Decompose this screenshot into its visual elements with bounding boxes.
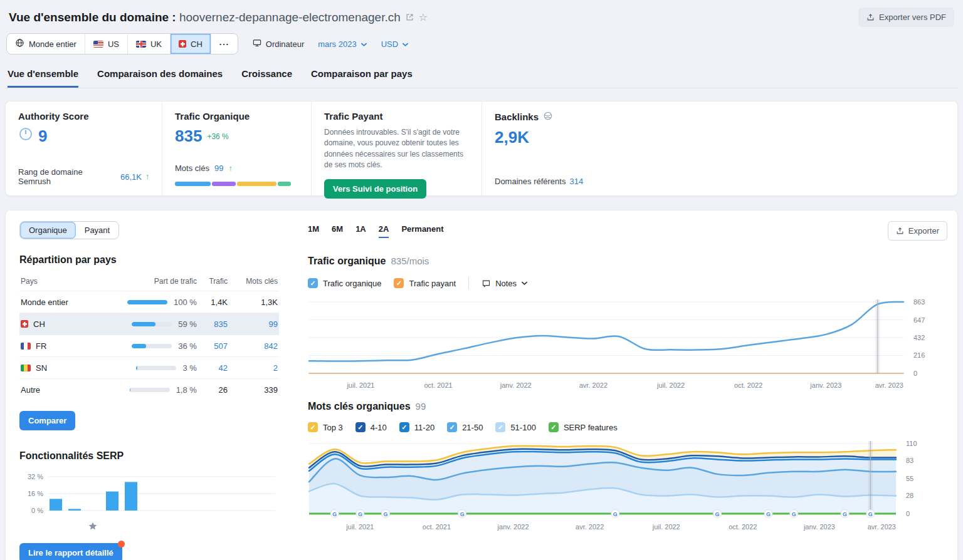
- legend-top-3[interactable]: ✓Top 3: [308, 422, 343, 432]
- currency-selector[interactable]: USD: [381, 39, 409, 49]
- checkbox-icon: ✓: [355, 422, 366, 432]
- country-row-fr[interactable]: FR36 %507842: [19, 335, 279, 357]
- legend-trafic-organique[interactable]: ✓Trafic organique: [308, 278, 381, 288]
- checkbox-icon: ✓: [549, 422, 559, 432]
- organic-traffic-chart[interactable]: 8636474322160juil. 2021oct. 2021janv. 20…: [308, 296, 947, 391]
- sitelinks-icon[interactable]: [67, 519, 81, 533]
- position-tracking-button[interactable]: Vers Suivi de position: [324, 179, 426, 199]
- svg-text:32 %: 32 %: [28, 473, 43, 480]
- legend-4-10[interactable]: ✓4-10: [355, 422, 387, 432]
- tab-vue-d-ensemble[interactable]: Vue d'ensemble: [8, 62, 78, 88]
- favorite-star-icon[interactable]: ☆: [419, 11, 428, 23]
- external-link-icon[interactable]: [405, 13, 414, 22]
- legend-label: 51-100: [510, 423, 535, 432]
- monitor-icon: [252, 38, 262, 49]
- location-tab-us[interactable]: US: [85, 34, 128, 54]
- up-arrow-icon: ↑: [145, 172, 149, 181]
- legend-21-50[interactable]: ✓21-50: [447, 422, 483, 432]
- backlinks-card: Backlinks 2,9K Domaines référents 314: [482, 101, 957, 195]
- traffic-value-cell: 26: [198, 379, 229, 401]
- range-tab-permanent[interactable]: Permanent: [401, 224, 443, 238]
- organic-traffic-value-row: 835 +36 %: [175, 127, 298, 146]
- export-pdf-button[interactable]: Exporter vers PDF: [858, 8, 954, 27]
- toggle-payant[interactable]: Payant: [76, 222, 118, 239]
- organic-traffic-value[interactable]: 835: [175, 127, 202, 146]
- location-tab-ch[interactable]: CH: [171, 34, 211, 54]
- compare-button[interactable]: Comparer: [19, 411, 75, 430]
- notes-dropdown[interactable]: Notes: [482, 279, 528, 288]
- image-pack-icon[interactable]: [124, 519, 137, 533]
- country-row-sn[interactable]: SN3 %422: [19, 357, 279, 379]
- serp-features-chart[interactable]: 32 %16 %0 %: [19, 469, 278, 518]
- traffic-share-fill: [136, 366, 137, 370]
- reviews-star-icon[interactable]: [86, 519, 100, 533]
- country-section-title: Répartition par pays: [19, 254, 279, 266]
- country-name-cell: CH: [19, 313, 93, 335]
- image-icon[interactable]: [105, 519, 118, 533]
- video-icon[interactable]: [142, 519, 156, 533]
- distribution-segment-3: [278, 182, 291, 186]
- location-tab-monde-entier[interactable]: Monde entier: [7, 34, 85, 54]
- toggle-organique[interactable]: Organique: [20, 222, 76, 239]
- read-report-button[interactable]: Lire le rapport détaillé: [19, 543, 122, 560]
- left-panel: OrganiquePayant Répartition par pays Pay…: [6, 210, 292, 560]
- tab-comparaison-des-domaines[interactable]: Comparaison des domaines: [97, 62, 223, 88]
- jobs-icon[interactable]: [274, 519, 288, 533]
- keywords-value-cell[interactable]: 842: [229, 335, 279, 357]
- legend-trafic-payant[interactable]: ✓Trafic payant: [394, 278, 456, 288]
- traffic-share-fill: [127, 300, 167, 304]
- range-tab-1m[interactable]: 1M: [308, 224, 319, 238]
- location-tab-label: Monde entier: [29, 39, 76, 49]
- legend-11-20[interactable]: ✓11-20: [399, 422, 434, 432]
- organic-keywords-chart[interactable]: 1108355280GGGGGGGGGGjuil. 2021oct. 2021j…: [308, 437, 947, 532]
- traffic-value-cell[interactable]: 507: [198, 335, 229, 357]
- legend-serp-features[interactable]: ✓SERP features: [549, 422, 618, 432]
- checkbox-icon: ✓: [308, 278, 318, 288]
- tab-comparaison-par-pays[interactable]: Comparaison par pays: [311, 62, 413, 88]
- checkbox-icon: ✓: [399, 422, 409, 432]
- location-tab-uk[interactable]: UK: [128, 34, 171, 54]
- faq-icon[interactable]: [199, 519, 213, 533]
- range-tab-6m[interactable]: 6M: [332, 224, 343, 238]
- export-button[interactable]: Exporter: [888, 221, 947, 241]
- distribution-segment-2: [237, 182, 276, 186]
- svg-text:G: G: [332, 511, 337, 517]
- backlinks-value[interactable]: 2,9K: [495, 128, 945, 147]
- top-stories-icon[interactable]: [255, 519, 269, 533]
- col-pays: Pays: [19, 273, 93, 291]
- traffic-value-cell[interactable]: 835: [198, 313, 229, 335]
- traffic-share-fill: [132, 344, 146, 348]
- traffic-value-cell[interactable]: 42: [198, 357, 229, 379]
- local-pack-icon[interactable]: [218, 519, 231, 533]
- range-tab-1a[interactable]: 1A: [355, 224, 366, 238]
- tab-croissance[interactable]: Croissance: [241, 62, 292, 88]
- traffic-share-cell: 3 %: [93, 357, 198, 379]
- keywords-count-value[interactable]: 99: [214, 163, 223, 173]
- crown-icon[interactable]: [48, 519, 62, 533]
- location-tab-label: ···: [219, 39, 229, 49]
- country-row-monde-entier[interactable]: Monde entier100 %1,4K1,3K: [19, 291, 279, 313]
- keywords-value-cell[interactable]: 2: [229, 357, 279, 379]
- video-carousel-icon[interactable]: [180, 519, 194, 533]
- page: Vue d'ensemble du domaine : hoovernez-de…: [0, 0, 963, 560]
- device-selector[interactable]: Ordinateur: [252, 38, 304, 49]
- svg-text:janv. 2023: janv. 2023: [809, 381, 841, 389]
- referring-domains-value[interactable]: 314: [569, 177, 583, 186]
- svg-text:janv. 2022: janv. 2022: [500, 381, 532, 389]
- domain-rank-value[interactable]: 66,1K: [120, 172, 142, 182]
- featured-video-icon[interactable]: [161, 519, 175, 533]
- legend-51-100[interactable]: ✓51-100: [495, 422, 535, 432]
- location-tab-[interactable]: ···: [211, 34, 238, 54]
- range-tab-2a[interactable]: 2A: [379, 224, 389, 238]
- svg-text:G: G: [358, 511, 362, 517]
- keywords-value-cell[interactable]: 99: [229, 313, 279, 335]
- distribution-segment-0: [175, 182, 211, 186]
- knowledge-panel-icon[interactable]: [236, 519, 250, 533]
- country-row-ch[interactable]: CH59 %83599: [19, 313, 279, 335]
- share-cell: 100 %: [94, 298, 197, 307]
- organic-traffic-card: Trafic Organique 835 +36 % Mots clés 99 …: [162, 101, 312, 195]
- country-row-autre[interactable]: Autre1,8 %26339: [19, 379, 279, 401]
- keywords-legend: ✓Top 3✓4-10✓11-20✓21-50✓51-100✓SERP feat…: [308, 422, 947, 432]
- location-tab-label: CH: [191, 39, 203, 49]
- date-selector[interactable]: mars 2023: [318, 39, 367, 49]
